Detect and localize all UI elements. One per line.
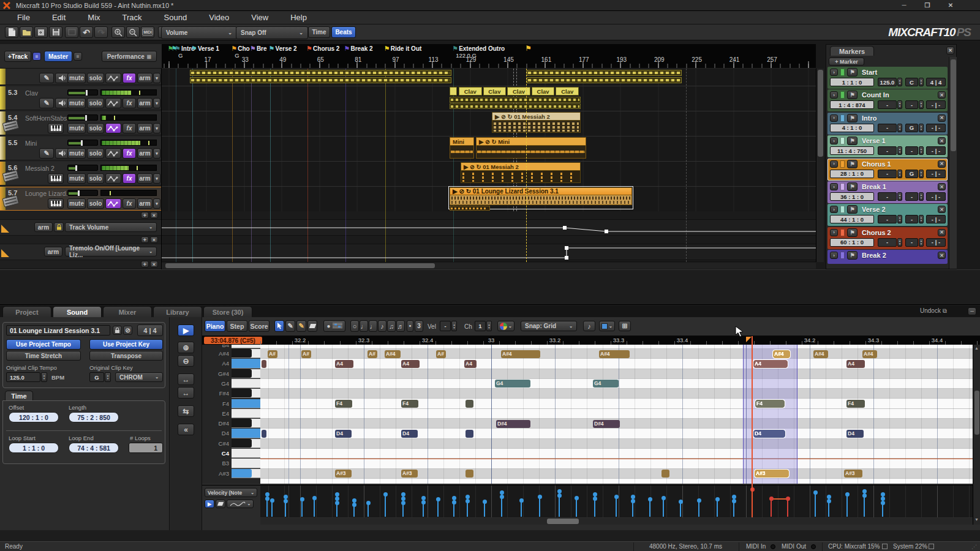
velocity-dot[interactable] <box>421 500 426 504</box>
performance-button[interactable]: Performance▦ <box>102 51 157 62</box>
key-spinner[interactable]: ▴▾ <box>919 100 924 109</box>
use-project-key-button[interactable]: Use Project Key <box>89 339 163 350</box>
arrange-vscrollbar[interactable] <box>816 69 824 262</box>
midi-note-F4[interactable]: F4 <box>846 400 865 408</box>
velocity-dot[interactable] <box>697 498 701 503</box>
marker-row-verse-2[interactable]: ›⚑Verse 2✕44 : 1 : 0-▴▾-▴▾- | - <box>827 204 948 226</box>
clav-clip-cell[interactable]: Clav <box>459 87 482 96</box>
marker-time-field[interactable]: 1 : 1 : 0 <box>830 78 874 86</box>
clav-clip-body[interactable] <box>450 103 581 109</box>
velocity-stem[interactable] <box>698 500 699 517</box>
key-spinner[interactable]: ▴▾ <box>919 170 924 178</box>
scrollbar-thumb[interactable] <box>165 263 435 268</box>
remove-lane-button[interactable]: × <box>150 212 158 219</box>
mute-button[interactable]: mute <box>67 98 86 108</box>
track-row-5.3[interactable]: 5.3Clav✎mutesolofxarm▾ <box>0 86 162 110</box>
velocity-stem[interactable] <box>301 499 303 517</box>
midi-note-A#3[interactable]: A#3 <box>401 470 418 478</box>
clav-clip-cell[interactable]: Clav <box>556 87 579 96</box>
close-icon[interactable]: ✕ <box>938 91 946 99</box>
master-track-button[interactable]: Master <box>44 51 72 62</box>
key-spinner[interactable]: ▴▾ <box>919 124 924 132</box>
marker-meter-field[interactable]: - | - <box>926 124 946 132</box>
tempo-spinner[interactable]: ▴▾ <box>897 215 902 223</box>
expand-icon[interactable]: › <box>830 183 838 190</box>
flag-icon[interactable]: ⚑ <box>847 160 858 168</box>
velocity-dot[interactable] <box>881 492 885 497</box>
track-volume-slider[interactable] <box>67 140 98 146</box>
add-lane-button[interactable]: + <box>141 261 149 268</box>
resize-grip[interactable]: ⋰ <box>971 544 977 550</box>
arrange-hscrollbar[interactable] <box>162 263 816 269</box>
solo-button[interactable]: solo <box>87 198 104 209</box>
piano-key-C4[interactable] <box>232 449 260 458</box>
velocity-dot[interactable] <box>352 498 356 503</box>
arm-button[interactable]: arm <box>137 98 153 108</box>
midi-note-D4[interactable]: D4 <box>401 430 418 438</box>
scrollbar-thumb[interactable] <box>951 59 956 151</box>
editor-tab-step[interactable]: Step <box>227 320 247 332</box>
velocity-dot[interactable] <box>452 496 456 500</box>
velocity-curve-dropdown[interactable]: ⌄ <box>227 500 254 508</box>
marker-flag-icon[interactable]: ⚑ <box>269 45 275 53</box>
tempo-spinner[interactable]: ▴▾ <box>897 100 902 109</box>
minimize-button[interactable]: ─ <box>894 1 914 10</box>
track-options-icon[interactable]: ▾ <box>153 148 160 159</box>
velocity-dot[interactable] <box>575 496 579 500</box>
midi-note-A#4[interactable]: A#4 <box>599 350 630 358</box>
piano-key-G4[interactable] <box>232 379 260 388</box>
clip-header[interactable]: Mini <box>450 137 474 146</box>
track-volume-slider[interactable] <box>67 165 98 171</box>
mute-button[interactable]: mute <box>67 123 86 133</box>
midi-note-A#[interactable]: A# <box>301 350 311 358</box>
piano-key-A#3[interactable] <box>232 469 260 478</box>
midi-note-D4[interactable] <box>262 430 266 438</box>
marker-color-swatch[interactable] <box>840 183 845 190</box>
midi-note-F4[interactable]: F4 <box>401 400 418 408</box>
length-field[interactable]: 75 : 2 : 850 <box>69 412 119 422</box>
automation-param-dropdown[interactable]: Track Volume⌄ <box>65 222 157 232</box>
timeline-playhead-flag-icon[interactable]: ⚑ <box>525 44 532 53</box>
midi-note-D4[interactable]: D4 <box>335 430 352 438</box>
midi-note-G4[interactable]: G4 <box>495 380 530 388</box>
tempo-spinner[interactable]: ▴▾ <box>897 170 902 178</box>
marker-flag-icon[interactable]: ⚑ <box>306 45 312 53</box>
note-staff-button[interactable]: ● <box>323 320 345 332</box>
close-icon[interactable]: ✕ <box>938 252 946 259</box>
panel-tab-store-30-[interactable]: Store (30) <box>203 306 252 317</box>
velocity-dot[interactable] <box>383 492 388 497</box>
fx-button[interactable]: fx <box>123 173 136 184</box>
velocity-dot[interactable] <box>557 489 562 493</box>
marker-flag-icon[interactable]: ⚑ <box>250 45 256 53</box>
clip-key-field[interactable]: G <box>89 372 104 382</box>
automation-button[interactable] <box>105 148 121 159</box>
flag-icon[interactable]: ⚑ <box>847 91 858 99</box>
velocity-dot[interactable] <box>335 501 339 505</box>
arm-button[interactable]: arm <box>137 198 153 209</box>
screenshot-icon[interactable] <box>65 26 78 38</box>
panel-tab-mixer[interactable]: Mixer <box>103 306 152 317</box>
clip-cell[interactable] <box>450 87 457 96</box>
marker-tempo-field[interactable]: - <box>878 100 897 109</box>
layers-dropdown[interactable]: ⌄ <box>599 321 615 331</box>
panel-tab-project[interactable]: Project <box>2 306 51 317</box>
key-spinner[interactable]: ▴▾ <box>919 78 924 86</box>
velocity-stem[interactable] <box>771 498 772 517</box>
track-volume-slider[interactable] <box>67 190 98 196</box>
lane-arm-button[interactable]: arm <box>44 247 62 257</box>
velocity-stem[interactable] <box>616 497 617 517</box>
clip-audio-body[interactable] <box>450 146 474 159</box>
pencil-tool-button[interactable]: ✎ <box>285 320 295 332</box>
arm-button[interactable]: arm <box>137 123 153 133</box>
clav-clip-cell[interactable]: Clav <box>532 87 555 96</box>
piano-icon[interactable] <box>48 173 64 184</box>
velocity-dot[interactable] <box>827 499 831 503</box>
automation-button[interactable] <box>105 98 121 108</box>
flag-icon[interactable]: ⚑ <box>847 228 858 237</box>
solo-button[interactable]: solo <box>87 73 104 83</box>
marker-tempo-field[interactable]: 125.0 <box>878 78 897 86</box>
marker-flag-icon[interactable]: ⚑ <box>384 45 390 53</box>
flag-icon[interactable]: ⚑ <box>847 251 858 260</box>
marker-tempo-field[interactable]: - <box>878 170 897 178</box>
lock-icon[interactable] <box>113 326 122 335</box>
